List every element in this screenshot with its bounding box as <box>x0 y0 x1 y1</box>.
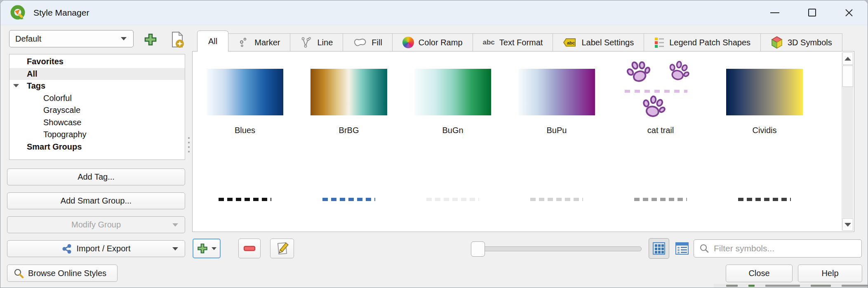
arrow-up-icon <box>844 57 851 61</box>
tree-item-favorites[interactable]: Favorites <box>9 56 185 68</box>
filter-symbols-field[interactable] <box>694 239 862 258</box>
panel-splitter[interactable] <box>188 137 190 152</box>
tab-text-format[interactable]: abc Text Format <box>473 33 553 52</box>
vertical-scrollbar[interactable] <box>842 52 853 231</box>
add-style-database-button[interactable] <box>143 32 158 47</box>
tree-item-colorful[interactable]: Colorful <box>9 92 185 105</box>
tree-item-tags[interactable]: Tags <box>9 80 185 92</box>
minimize-icon <box>770 12 779 13</box>
color-ramp-preview-bupu[interactable] <box>518 69 595 115</box>
close-button[interactable]: Close <box>726 265 793 282</box>
import-export-button[interactable]: Import / Export <box>7 240 185 257</box>
tab-all[interactable]: All <box>197 30 228 52</box>
trail-dashes <box>625 90 687 93</box>
paw-print-icon <box>623 56 655 88</box>
chevron-down-icon <box>212 247 216 250</box>
gallery-column: BuGn <box>401 52 505 232</box>
thumbnail-size-slider-track[interactable] <box>475 246 642 251</box>
edit-pencil-icon <box>275 241 289 255</box>
browse-online-styles-button[interactable]: Browse Online Styles <box>7 265 118 282</box>
symbol-name: BrBG <box>297 126 401 135</box>
expander-arrow-icon[interactable] <box>13 84 19 87</box>
scrollbar-track[interactable] <box>842 87 853 218</box>
remove-item-button[interactable] <box>238 239 261 258</box>
symbol-name: cat trail <box>609 126 713 135</box>
list-view-toggle-button[interactable] <box>672 238 692 259</box>
tree-item-smart-groups[interactable]: Smart Groups <box>9 141 185 153</box>
tab-legend-patch-shapes[interactable]: Legend Patch Shapes <box>644 33 761 52</box>
legend-patch-icon <box>654 37 665 48</box>
symbol-name: Blues <box>193 126 297 135</box>
maximize-icon <box>808 9 816 16</box>
tab-color-ramp[interactable]: Color Ramp <box>392 33 473 52</box>
red-minus-icon <box>243 245 256 252</box>
group-tree: Favorites All Tags Colorful Grayscale Sh… <box>9 54 185 160</box>
style-manager-dialog: Style Manager Default <box>0 0 868 288</box>
modify-group-button: Modify Group <box>7 216 185 233</box>
symbol-type-tabs: All Marker Line Fill <box>197 30 842 52</box>
color-ramp-preview-brbg[interactable] <box>311 69 387 115</box>
color-ramp-preview-bugn[interactable] <box>414 69 491 115</box>
color-wheel-icon <box>402 37 414 48</box>
line-symbol-preview[interactable] <box>634 198 687 201</box>
symbol-gallery: Blues BrBG BuGn BuPu <box>192 51 854 232</box>
marker-symbol-preview-cat-trail[interactable] <box>622 59 699 120</box>
scroll-down-button[interactable] <box>842 218 853 231</box>
svg-text:abc: abc <box>567 40 575 45</box>
close-window-button[interactable] <box>830 0 868 25</box>
tab-label-settings[interactable]: abc Label Settings <box>553 33 644 52</box>
tree-item-all[interactable]: All <box>9 68 185 80</box>
marker-dots-icon <box>238 37 250 48</box>
green-plus-icon <box>143 33 158 47</box>
tree-item-grayscale[interactable]: Grayscale <box>9 104 185 117</box>
abc-tag-icon: abc <box>563 37 577 47</box>
add-tag-button[interactable]: Add Tag... <box>7 169 185 185</box>
scrollbar-thumb[interactable] <box>842 66 853 87</box>
tab-marker[interactable]: Marker <box>228 33 290 52</box>
tab-fill[interactable]: Fill <box>343 33 393 52</box>
new-file-star-icon <box>169 31 185 48</box>
help-button[interactable]: Help <box>798 265 862 282</box>
arrow-down-icon <box>844 223 851 227</box>
new-style-database-button[interactable] <box>169 30 186 49</box>
color-ramp-preview-blues[interactable] <box>207 69 283 115</box>
gallery-column: BuPu <box>505 52 609 232</box>
maximize-button[interactable] <box>793 0 830 25</box>
window-title: Style Manager <box>33 8 89 18</box>
abc-text-icon: abc <box>483 38 495 47</box>
scroll-up-button[interactable] <box>842 52 853 65</box>
tab-line[interactable]: Line <box>290 33 343 52</box>
edit-item-button[interactable] <box>270 239 294 258</box>
chevron-down-icon <box>121 37 127 40</box>
line-vertices-icon <box>300 36 313 49</box>
icon-view-toggle-button[interactable] <box>649 238 669 259</box>
grid-view-icon <box>652 242 666 255</box>
symbol-name: BuGn <box>401 126 505 135</box>
line-symbol-preview[interactable] <box>322 198 375 201</box>
gallery-column: Cividis <box>713 52 816 232</box>
line-symbol-preview[interactable] <box>738 198 791 201</box>
thumbnail-size-slider-handle[interactable] <box>471 241 485 257</box>
line-symbol-preview[interactable] <box>530 198 583 201</box>
color-ramp-preview-cividis[interactable] <box>726 69 803 115</box>
background-window-sliver <box>714 284 868 288</box>
paw-print-icon <box>665 58 693 86</box>
tree-item-topography[interactable]: Topography <box>9 129 185 141</box>
add-item-button[interactable] <box>193 239 221 258</box>
gallery-column: cat trail <box>609 52 713 232</box>
symbol-name: Cividis <box>713 126 816 135</box>
gallery-column: Blues <box>193 52 297 232</box>
tree-item-showcase[interactable]: Showcase <box>9 117 185 129</box>
add-smart-group-button[interactable]: Add Smart Group... <box>7 192 185 209</box>
gallery-column: BrBG <box>297 52 401 232</box>
tab-3d-symbols[interactable]: 3D Symbols <box>760 33 842 52</box>
style-database-select[interactable]: Default <box>9 30 134 47</box>
qgis-logo-icon <box>9 5 26 21</box>
minimize-button[interactable] <box>756 0 793 25</box>
line-symbol-preview[interactable] <box>426 198 479 201</box>
line-symbol-preview[interactable] <box>219 198 271 201</box>
chevron-down-icon <box>172 247 178 251</box>
list-view-icon <box>675 242 689 255</box>
filter-symbols-input[interactable] <box>714 244 861 253</box>
style-database-value: Default <box>15 34 41 44</box>
